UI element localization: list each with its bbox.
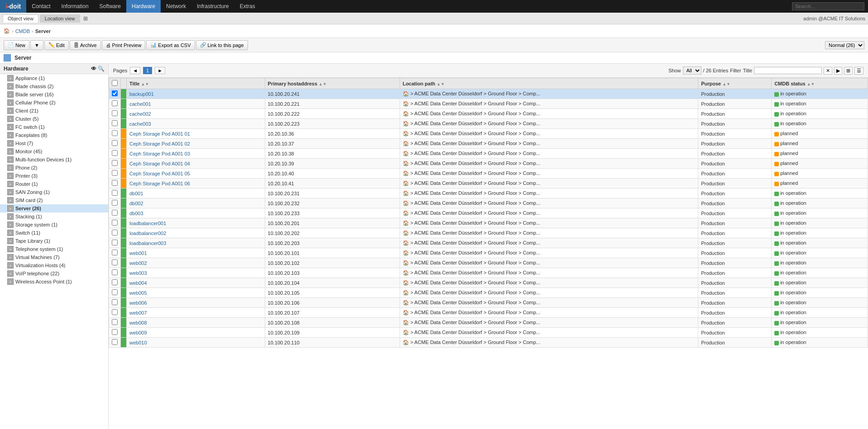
row-title-link[interactable]: db002 <box>129 201 143 206</box>
table-row[interactable]: Ceph Storage Pod A001 0610.20.10.41🏠 > A… <box>109 179 868 189</box>
row-checkbox[interactable] <box>112 130 118 136</box>
nav-hardware[interactable]: Hardware <box>126 0 161 13</box>
table-row[interactable]: web01010.100.20.110🏠 > ACME Data Center … <box>109 338 868 348</box>
row-title-link[interactable]: Ceph Storage Pod A001 01 <box>129 131 190 137</box>
nav-network[interactable]: Network <box>161 0 191 13</box>
row-checkbox[interactable] <box>112 110 118 116</box>
row-checkbox[interactable] <box>112 230 118 236</box>
row-title-link[interactable]: web004 <box>129 280 147 286</box>
row-checkbox[interactable] <box>112 279 118 285</box>
row-title-link[interactable]: Ceph Storage Pod A001 02 <box>129 141 190 146</box>
header-purpose-col[interactable]: Purpose ▲▼ <box>698 78 772 89</box>
filter-columns-button[interactable]: ☰ <box>854 67 863 75</box>
table-row[interactable]: web00310.100.20.103🏠 > ACME Data Center … <box>109 268 868 278</box>
row-checkbox[interactable] <box>112 309 118 315</box>
show-select[interactable]: All <box>683 66 701 75</box>
sidebar-item-stacking[interactable]: ▪Stacking (1) <box>0 212 108 221</box>
header-hostaddress-col[interactable]: Primary hostaddress ▲▼ <box>265 78 400 89</box>
filter-input[interactable] <box>754 67 822 74</box>
header-location-col[interactable]: Location path ▲▼ <box>400 78 698 89</box>
row-title-link[interactable]: db001 <box>129 191 143 196</box>
row-title-link[interactable]: web002 <box>129 260 147 266</box>
table-row[interactable]: web00210.100.20.102🏠 > ACME Data Center … <box>109 258 868 268</box>
row-title-link[interactable]: web001 <box>129 250 147 256</box>
table-row[interactable]: db00210.100.20.232🏠 > ACME Data Center D… <box>109 198 868 208</box>
sidebar-item-tape-library[interactable]: ▪Tape Library (1) <box>0 237 108 245</box>
table-row[interactable]: web00510.100.20.105🏠 > ACME Data Center … <box>109 288 868 298</box>
edit-button[interactable]: ✏️ Edit <box>44 40 69 50</box>
breadcrumb-home[interactable]: 🏠 <box>4 28 10 34</box>
table-row[interactable]: web00710.100.20.107🏠 > ACME Data Center … <box>109 308 868 318</box>
sidebar-item-cellular-phone[interactable]: ▪Cellular Phone (2) <box>0 99 108 107</box>
nav-information[interactable]: Information <box>56 0 94 13</box>
filter-apply-button[interactable]: ▶ <box>834 67 842 75</box>
table-row[interactable]: Ceph Storage Pod A001 0410.20.10.39🏠 > A… <box>109 159 868 169</box>
sidebar-item-host[interactable]: ▪Host (7) <box>0 139 108 147</box>
row-checkbox[interactable] <box>112 329 118 335</box>
tab-location-view[interactable]: Location view <box>40 14 80 23</box>
row-title-link[interactable]: backup001 <box>129 91 154 97</box>
row-checkbox[interactable] <box>112 100 118 106</box>
archive-button[interactable]: 🗄 Archive <box>70 40 101 50</box>
row-checkbox[interactable] <box>112 160 118 166</box>
row-checkbox[interactable] <box>112 319 118 325</box>
print-preview-button[interactable]: 🖨 Print Preview <box>102 40 146 50</box>
new-split-button[interactable]: ▼ <box>30 40 43 50</box>
row-checkbox[interactable] <box>112 220 118 226</box>
link-button[interactable]: 🔗 Link to this page <box>196 40 248 50</box>
row-title-link[interactable]: web009 <box>129 330 147 335</box>
row-checkbox[interactable] <box>112 250 118 255</box>
sidebar-item-virtual-machines[interactable]: ▪Virtual Machines (7) <box>0 253 108 261</box>
row-checkbox[interactable] <box>112 140 118 146</box>
row-checkbox[interactable] <box>112 240 118 245</box>
sidebar-item-switch[interactable]: ▪Switch (11) <box>0 229 108 237</box>
nav-contact[interactable]: Contact <box>26 0 56 13</box>
table-row[interactable]: backup00110.100.20.241🏠 > ACME Data Cent… <box>109 89 868 99</box>
table-row[interactable]: web00110.100.20.101🏠 > ACME Data Center … <box>109 248 868 258</box>
sidebar-item-voip-telephone[interactable]: ▪VoIP telephone (22) <box>0 269 108 278</box>
row-title-link[interactable]: db003 <box>129 211 143 216</box>
nav-extras[interactable]: Extras <box>234 0 261 13</box>
sidebar-item-blade-chassis[interactable]: ▪Blade chassis (2) <box>0 82 108 90</box>
table-row[interactable]: web00810.100.20.108🏠 > ACME Data Center … <box>109 318 868 328</box>
header-title-col[interactable]: Title ▲▼ <box>127 78 265 89</box>
row-checkbox[interactable] <box>112 170 118 176</box>
sidebar-item-wireless-access-point[interactable]: ▪Wireless Access Point (1) <box>0 278 108 286</box>
table-row[interactable]: web00910.100.20.109🏠 > ACME Data Center … <box>109 328 868 338</box>
new-button[interactable]: 📄 New <box>4 40 29 50</box>
table-row[interactable]: Ceph Storage Pod A001 0510.20.10.40🏠 > A… <box>109 169 868 179</box>
row-title-link[interactable]: web005 <box>129 290 147 296</box>
sidebar-item-appliance[interactable]: ▪Appliance (1) <box>0 74 108 82</box>
sidebar-item-storage-system[interactable]: ▪Storage system (1) <box>0 221 108 229</box>
row-title-link[interactable]: Ceph Storage Pod A001 06 <box>129 181 190 186</box>
table-row[interactable]: loadbalancer00110.100.20.201🏠 > ACME Dat… <box>109 218 868 228</box>
table-row[interactable]: Ceph Storage Pod A001 0210.20.10.37🏠 > A… <box>109 139 868 149</box>
row-checkbox[interactable] <box>112 299 118 305</box>
filter-clear-button[interactable]: ✕ <box>824 67 832 75</box>
next-page-button[interactable]: ► <box>155 67 165 74</box>
row-title-link[interactable]: loadbalancer003 <box>129 240 166 246</box>
sidebar-eye-icon[interactable]: 👁 <box>91 66 96 72</box>
sidebar-item-sim-card[interactable]: ▪SIM card (2) <box>0 196 108 204</box>
sidebar-search-icon[interactable]: 🔍 <box>98 66 105 72</box>
header-cmdbstatus-col[interactable]: CMDB status ▲▼ <box>772 78 868 89</box>
sidebar-item-san-zoning[interactable]: ▪SAN Zoning (1) <box>0 188 108 196</box>
nav-infrastructure[interactable]: Infrastructure <box>191 0 234 13</box>
sidebar-item-virtualization-hosts[interactable]: ▪Virtualization Hosts (4) <box>0 261 108 269</box>
row-checkbox[interactable] <box>112 200 118 206</box>
sidebar-item-multi-function-devices[interactable]: ▪Multi-function Devices (1) <box>0 156 108 164</box>
row-checkbox[interactable] <box>112 190 118 196</box>
row-title-link[interactable]: Ceph Storage Pod A001 04 <box>129 161 190 166</box>
row-checkbox[interactable] <box>112 269 118 275</box>
table-row[interactable]: web00410.100.20.104🏠 > ACME Data Center … <box>109 278 868 288</box>
row-checkbox[interactable] <box>112 259 118 265</box>
row-title-link[interactable]: cache001 <box>129 101 151 107</box>
breadcrumb-cmdb[interactable]: CMDB <box>15 28 30 34</box>
row-checkbox[interactable] <box>112 289 118 295</box>
sidebar-item-client[interactable]: ▪Client (21) <box>0 107 108 115</box>
sidebar-item-telephone-system[interactable]: ▪Telephone system (1) <box>0 245 108 253</box>
row-title-link[interactable]: loadbalancer002 <box>129 231 166 236</box>
breadcrumb-server[interactable]: Server <box>35 28 51 34</box>
row-title-link[interactable]: Ceph Storage Pod A001 03 <box>129 151 190 156</box>
row-checkbox[interactable] <box>112 120 118 126</box>
